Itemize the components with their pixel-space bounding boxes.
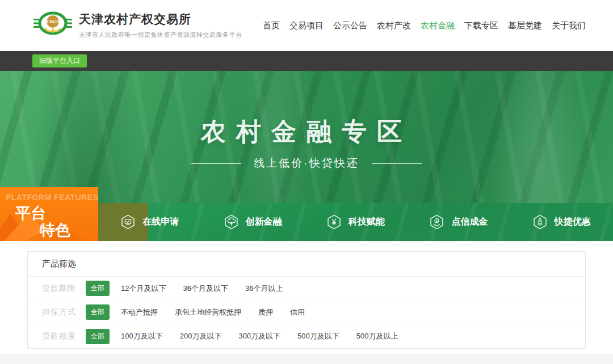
- sub-header-bar: 旧版平台入口: [0, 51, 613, 71]
- filter-options: 12个月及以下36个月及以下36个月以上: [121, 283, 283, 294]
- feature-tab-label: 在线申请: [142, 216, 179, 228]
- filter-all-button[interactable]: 全部: [86, 329, 110, 344]
- logo-badge-text: TJNJS: [46, 19, 59, 24]
- old-platform-button[interactable]: 旧版平台入口: [32, 54, 87, 67]
- nav-item[interactable]: 基层党建: [508, 20, 542, 31]
- main-nav: 首页 交易项目 公示公告 农村产改 农村金融 下载专区 基层党建 关于我们: [263, 0, 586, 51]
- filter-row-loan-term: 贷款期限 全部 12个月及以下36个月及以下36个月以上: [28, 277, 585, 300]
- filter-row-label: 贷款额度: [42, 331, 77, 341]
- hero-subtitle: 线上低价·快贷快还: [254, 156, 359, 171]
- feature-tab-label: 创新金融: [246, 216, 282, 228]
- filter-option[interactable]: 36个月及以下: [183, 283, 228, 294]
- filter-option[interactable]: 200万及以下: [180, 331, 222, 341]
- filter-row-guarantee: 担保方式 全部 不动产抵押承包土地经营权抵押质押信用: [28, 300, 585, 324]
- filter-option[interactable]: 质押: [258, 307, 273, 318]
- feature-tab-icon: [532, 214, 548, 230]
- subtitle-left-line: [191, 163, 241, 164]
- feature-tab-label: 点信成金: [451, 216, 488, 228]
- feature-tab-icon: [326, 214, 342, 230]
- filter-row-loan-amount: 贷款额度 全部 100万及以下200万及以下300万及以下500万及以下500万…: [28, 324, 585, 348]
- product-filter-card: 产品筛选 贷款期限 全部 12个月及以下36个月及以下36个月以上 担保方式 全…: [27, 251, 586, 349]
- filter-all-button[interactable]: 全部: [86, 281, 110, 296]
- nav-item[interactable]: 下载专区: [464, 20, 498, 31]
- filter-card-title: 产品筛选: [28, 252, 585, 277]
- filter-option[interactable]: 不动产抵押: [121, 307, 158, 318]
- hero-title: 农村金融专区: [0, 115, 613, 149]
- site-header: TJNJS 天津农村产权交易所 天津市人民政府唯一指定集体资产资源流转交易服务平…: [0, 0, 613, 51]
- feature-tab[interactable]: 快捷优惠: [510, 203, 613, 241]
- filter-row-label: 担保方式: [42, 307, 77, 318]
- main-content: 产品筛选 贷款期限 全部 12个月及以下36个月及以下36个月以上 担保方式 全…: [0, 251, 613, 349]
- nav-item[interactable]: 关于我们: [552, 20, 586, 31]
- feature-tab-icon: [120, 214, 136, 230]
- feature-tab-icon: [224, 214, 239, 230]
- filter-option[interactable]: 500万及以上: [356, 331, 398, 341]
- filter-option[interactable]: 500万及以下: [297, 331, 339, 341]
- hero-banner: 农村金融专区 线上低价·快贷快还 PLATFORM FEATURES 平台 特色: [0, 71, 613, 241]
- feature-tab-label: 科技赋能: [349, 216, 385, 228]
- filter-option[interactable]: 300万及以下: [238, 331, 280, 341]
- nav-item[interactable]: 交易项目: [289, 20, 324, 31]
- filter-options: 100万及以下200万及以下300万及以下500万及以下500万及以上: [121, 331, 398, 341]
- page: TJNJS 天津农村产权交易所 天津市人民政府唯一指定集体资产资源流转交易服务平…: [0, 0, 613, 364]
- feature-tab-label: 快捷优惠: [555, 216, 591, 228]
- nav-item[interactable]: 农村金融: [421, 20, 455, 31]
- platform-features-eyebrow: PLATFORM FEATURES: [6, 193, 98, 202]
- feature-tabs: 在线申请 创新金融 科技赋能: [98, 203, 613, 241]
- filter-all-button[interactable]: 全部: [86, 304, 110, 320]
- nav-item[interactable]: 首页: [263, 20, 280, 31]
- nav-item[interactable]: 农村产改: [377, 20, 411, 31]
- filter-option[interactable]: 12个月及以下: [121, 283, 166, 294]
- feature-tab[interactable]: 科技赋能: [304, 203, 407, 241]
- nav-item[interactable]: 公示公告: [333, 20, 367, 31]
- site-title: 天津农村产权交易所: [79, 11, 242, 27]
- feature-tab[interactable]: 在线申请: [98, 203, 201, 241]
- filter-option[interactable]: 承包土地经营权抵押: [175, 307, 241, 318]
- filter-option[interactable]: 100万及以下: [121, 331, 163, 341]
- site-logo-icon[interactable]: TJNJS: [32, 8, 73, 42]
- feature-tab[interactable]: 创新金融: [201, 203, 304, 241]
- filter-option[interactable]: 36个月以上: [245, 283, 283, 294]
- brand: TJNJS 天津农村产权交易所 天津市人民政府唯一指定集体资产资源流转交易服务平…: [32, 8, 242, 42]
- hero-subtitle-row: 线上低价·快贷快还: [0, 156, 613, 171]
- platform-features-box: PLATFORM FEATURES 平台 特色: [0, 187, 98, 241]
- filter-row-label: 贷款期限: [42, 283, 77, 294]
- filter-option[interactable]: 信用: [290, 307, 305, 318]
- footer-strip: [0, 354, 613, 364]
- site-subtitle: 天津市人民政府唯一指定集体资产资源流转交易服务平台: [79, 31, 242, 39]
- subtitle-right-line: [372, 163, 422, 164]
- filter-options: 不动产抵押承包土地经营权抵押质押信用: [121, 307, 305, 318]
- feature-tab-icon: [429, 214, 444, 230]
- features-title-line2: 特色: [40, 220, 70, 240]
- feature-tab[interactable]: 点信成金: [407, 203, 510, 241]
